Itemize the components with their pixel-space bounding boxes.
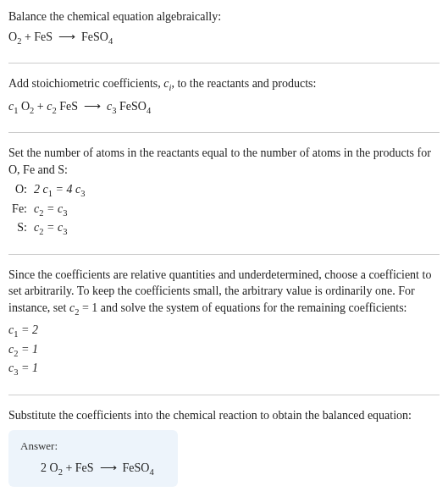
section-title: Balance the chemical equation algebraica… — [8, 8, 440, 25]
equation-initial: O2 + FeS ⟶ FeSO4 — [8, 29, 440, 47]
atom-row: Fe: c2 = c3 — [8, 201, 440, 219]
text-part1: Add stoichiometric coefficients, — [8, 77, 163, 90]
section-text: Set the number of atoms in the reactants… — [8, 145, 440, 178]
section-text: Substitute the coefficients into the che… — [8, 407, 440, 424]
section-balance: Balance the chemical equation algebraica… — [8, 8, 440, 47]
atom-label: S: — [8, 219, 34, 238]
section-answer: Substitute the coefficients into the che… — [8, 407, 440, 487]
answer-container: Answer: 2 O2 + FeS ⟶ FeSO4 — [8, 430, 440, 487]
atom-label: Fe: — [8, 201, 34, 219]
atom-equation: 2 c1 = 4 c3 — [34, 181, 85, 200]
divider — [8, 132, 440, 133]
atom-table: O: 2 c1 = 4 c3 Fe: c2 = c3 S: c2 = c3 — [8, 181, 440, 238]
atom-equation: c2 = c3 — [34, 201, 67, 219]
solution-list: c1 = 2 c2 = 1 c3 = 1 — [8, 322, 440, 378]
divider — [8, 395, 440, 395]
atom-row: S: c2 = c3 — [8, 219, 440, 238]
divider — [8, 254, 440, 255]
solution-line: c2 = 1 — [8, 341, 440, 360]
section-text: Add stoichiometric coefficients, ci, to … — [8, 75, 440, 94]
section-solve: Since the coefficients are relative quan… — [8, 267, 440, 379]
atom-label: O: — [8, 181, 34, 200]
section-coefficients: Add stoichiometric coefficients, ci, to … — [8, 75, 440, 117]
solution-line: c1 = 2 — [8, 322, 440, 340]
solution-line: c3 = 1 — [8, 360, 440, 378]
answer-label: Answer: — [20, 439, 166, 454]
section-text: Since the coefficients are relative quan… — [8, 267, 440, 319]
atom-row: O: 2 c1 = 4 c3 — [8, 181, 440, 200]
section-atoms: Set the number of atoms in the reactants… — [8, 145, 440, 239]
equation-coefficients: c1 O2 + c2 FeS ⟶ c3 FeSO4 — [8, 98, 440, 117]
answer-equation: 2 O2 + FeS ⟶ FeSO4 — [20, 460, 166, 478]
atom-equation: c2 = c3 — [34, 219, 67, 238]
text-part2: , to the reactants and products: — [171, 77, 316, 90]
divider — [8, 63, 440, 64]
answer-box: Answer: 2 O2 + FeS ⟶ FeSO4 — [8, 430, 178, 487]
